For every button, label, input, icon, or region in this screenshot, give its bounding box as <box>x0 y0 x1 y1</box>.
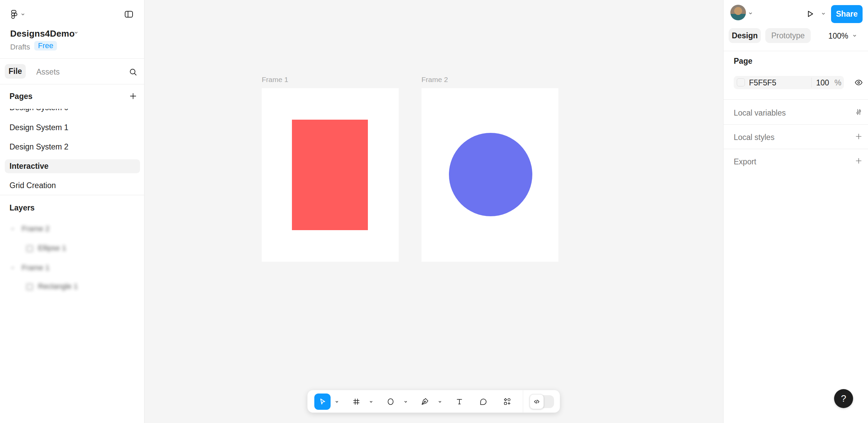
page-item-label: Interactive <box>9 162 48 171</box>
layer-row[interactable]: Ellipse 1 <box>38 244 66 253</box>
zoom-level[interactable]: 100% <box>828 32 848 41</box>
divider <box>0 195 144 195</box>
color-swatch[interactable] <box>737 78 745 86</box>
divider <box>724 124 868 125</box>
text-tool-button[interactable] <box>455 397 464 406</box>
divider <box>724 99 868 100</box>
actions-tool-button[interactable] <box>503 397 512 406</box>
chevron-down-icon[interactable] <box>438 400 442 404</box>
divider <box>724 51 868 51</box>
ellipse-tool-button[interactable] <box>386 397 395 406</box>
page-item-label: Design System 2 <box>9 142 68 152</box>
layer-row[interactable]: Frame 2 <box>22 224 50 233</box>
pages-header: Pages <box>9 92 33 101</box>
tab-file-label: File <box>8 67 22 76</box>
pen-tool-button[interactable] <box>420 397 429 406</box>
share-button[interactable]: Share <box>831 5 863 23</box>
frame-label[interactable]: Frame 2 <box>421 76 448 84</box>
dev-mode-knob[interactable] <box>530 394 544 409</box>
search-icon[interactable] <box>129 67 138 77</box>
fill-opacity-value[interactable]: 100 <box>816 78 829 87</box>
ellipse-shape[interactable] <box>449 133 532 216</box>
page-fill-row[interactable]: F5F5F5 100 % <box>734 76 844 89</box>
chevron-down-icon[interactable] <box>852 34 857 38</box>
layer-row[interactable]: Rectangle 1 <box>38 282 78 291</box>
plus-icon[interactable] <box>854 132 863 141</box>
comment-tool-button[interactable] <box>479 397 488 406</box>
page-item-label: Grid Creation <box>9 181 56 190</box>
rectangle-shape[interactable] <box>292 120 368 230</box>
avatar[interactable] <box>730 5 746 20</box>
tab-design[interactable]: Design <box>729 28 761 43</box>
fill-opacity-unit: % <box>834 78 841 87</box>
frame-tool-button[interactable] <box>352 397 361 406</box>
toggle-sidebar-icon[interactable] <box>123 9 134 19</box>
help-button[interactable]: ? <box>834 389 853 408</box>
chevron-down-icon[interactable] <box>369 400 373 404</box>
page-item[interactable]: Design System 2 <box>5 140 140 154</box>
page-section-header: Page <box>734 57 752 66</box>
move-tool-button[interactable] <box>314 394 331 410</box>
plus-icon[interactable] <box>854 157 863 165</box>
tab-file[interactable]: File <box>5 64 26 79</box>
figma-logo-icon[interactable] <box>9 9 19 19</box>
figma-app: Designs4Demo Drafts Free File Assets Pag… <box>0 0 868 423</box>
right-sidebar: Share Design Prototype 100% Page F5F5F5 … <box>723 0 868 423</box>
divider <box>0 58 144 59</box>
toolbar <box>307 390 560 413</box>
eye-icon[interactable] <box>854 78 863 87</box>
chevron-down-icon[interactable] <box>335 400 339 404</box>
tab-design-label: Design <box>732 31 758 40</box>
tab-prototype[interactable]: Prototype <box>765 28 811 43</box>
divider <box>811 78 812 87</box>
chevron-down-icon[interactable] <box>821 12 826 16</box>
divider <box>0 84 144 84</box>
local-styles-row[interactable]: Local styles <box>734 133 774 142</box>
tab-assets[interactable]: Assets <box>36 67 60 77</box>
export-row[interactable]: Export <box>734 157 756 166</box>
add-page-icon[interactable] <box>129 92 138 101</box>
page-item-label: Design System 0 <box>9 103 68 112</box>
fill-hex-value[interactable]: F5F5F5 <box>749 78 776 87</box>
sliders-icon[interactable] <box>854 108 863 116</box>
chevron-down-icon[interactable] <box>21 12 25 17</box>
toolbar-divider <box>523 390 523 412</box>
page-item-label: Design System 1 <box>9 123 68 132</box>
chevron-down-icon[interactable] <box>748 11 753 16</box>
shape-layer-icon <box>26 245 33 252</box>
frame-label[interactable]: Frame 1 <box>262 76 288 84</box>
frame-2[interactable] <box>421 88 558 262</box>
layer-row[interactable]: Frame 1 <box>22 263 50 272</box>
tab-prototype-label: Prototype <box>771 31 805 40</box>
page-item[interactable]: Design System 1 <box>5 121 140 135</box>
divider <box>724 149 868 149</box>
file-title: Designs4Demo <box>10 28 75 39</box>
plan-badge[interactable]: Free <box>34 41 57 51</box>
local-variables-row[interactable]: Local variables <box>734 108 786 118</box>
present-play-icon[interactable] <box>805 9 814 19</box>
chevron-down-icon[interactable] <box>10 265 15 270</box>
left-sidebar: Designs4Demo Drafts Free File Assets Pag… <box>0 0 144 423</box>
chevron-down-icon[interactable] <box>10 226 15 231</box>
frame-1[interactable] <box>262 88 399 262</box>
layers-header: Layers <box>9 203 35 213</box>
page-item[interactable]: Design System 0 <box>5 101 140 115</box>
breadcrumb-location[interactable]: Drafts <box>10 43 30 52</box>
chevron-down-icon[interactable] <box>74 31 78 35</box>
dev-mode-icon <box>533 398 541 406</box>
page-item-selected[interactable]: Interactive <box>5 159 140 173</box>
shape-layer-icon <box>26 284 33 290</box>
chevron-down-icon[interactable] <box>404 400 408 404</box>
cursor-icon <box>318 397 327 406</box>
page-item[interactable]: Grid Creation <box>5 179 140 193</box>
